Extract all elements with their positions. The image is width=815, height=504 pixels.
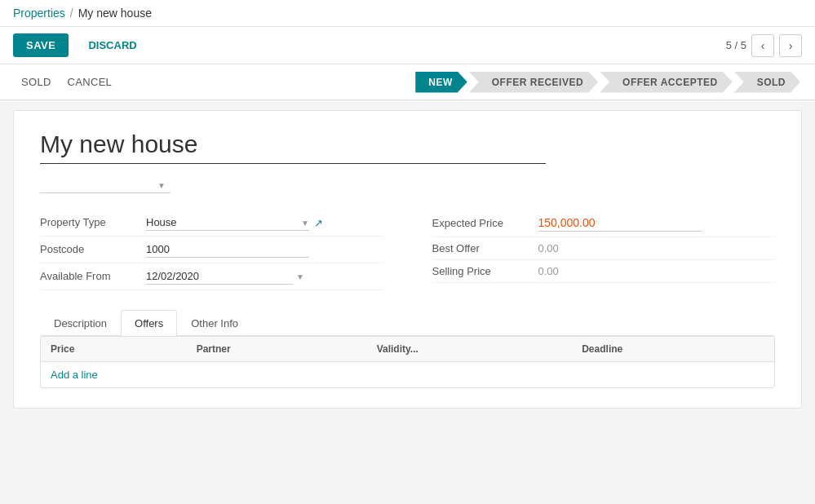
title-dropdown[interactable] [40,177,171,193]
col-validity: Validity... [367,337,573,362]
property-title: My new house [40,130,546,164]
property-type-external-link[interactable]: ↗ [314,217,323,229]
selling-price-value: 0.00 [538,265,776,277]
property-type-select[interactable]: House [146,214,309,231]
cancel-action[interactable]: CANCEL [60,66,121,98]
chevron-right-icon: › [789,39,793,52]
expected-price-row: Expected Price [432,210,776,237]
available-from-row: Available From ▼ [40,263,383,290]
discard-button[interactable]: DISCARD [75,33,149,57]
add-line-button[interactable]: Add a line [41,362,108,387]
best-offer-label: Best Offer [432,242,538,254]
action-bar: SAVE DISCARD 5 / 5 ‹ › [0,27,815,64]
col-deadline: Deadline [572,337,774,362]
property-type-value: House ▼ ↗ [146,214,383,231]
pagination-text: 5 / 5 [726,39,746,51]
next-record-button[interactable]: › [779,34,802,57]
best-offer-value: 0.00 [538,242,776,254]
available-from-value: ▼ [146,268,383,285]
selling-price-row: Selling Price 0.00 [432,260,776,283]
table-header: Price Partner Validity... Deadline [41,337,774,362]
tabs-container: Description Offers Other Info [40,310,775,336]
selling-price-text: 0.00 [538,265,559,277]
best-offer-text: 0.00 [538,242,559,254]
property-type-select-wrapper: House ▼ [146,214,309,231]
tab-offers[interactable]: Offers [121,310,177,336]
expected-price-value [538,214,776,232]
save-button[interactable]: SAVE [13,33,69,57]
stage-new[interactable]: NEW [415,72,467,93]
main-content: My new house ▼ Property Type Hous [0,100,815,418]
tab-other-info[interactable]: Other Info [177,310,252,336]
pipeline: NEW OFFER RECEIVED OFFER ACCEPTED SOLD [415,72,802,93]
postcode-value [146,241,383,258]
expected-price-input[interactable] [538,214,702,232]
postcode-label: Postcode [40,243,146,255]
stage-offer-received[interactable]: OFFER RECEIVED [469,72,598,93]
title-sub-row: ▼ [40,177,775,193]
fields-right: Expected Price Best Offer 0.00 Selling P… [432,210,776,290]
stage-offer-accepted[interactable]: OFFER ACCEPTED [600,72,733,93]
tab-description[interactable]: Description [40,310,121,336]
best-offer-row: Best Offer 0.00 [432,237,776,260]
chevron-left-icon: ‹ [761,39,765,52]
form-card: My new house ▼ Property Type Hous [13,110,802,409]
tabs-list: Description Offers Other Info [40,310,775,335]
available-from-input[interactable] [146,268,293,285]
table-header-row: Price Partner Validity... Deadline [41,337,774,362]
prev-record-button[interactable]: ‹ [751,34,774,57]
available-from-label: Available From [40,270,146,282]
breadcrumb-parent[interactable]: Properties [13,7,65,20]
breadcrumb-separator: / [70,7,73,20]
status-bar: SOLD CANCEL NEW OFFER RECEIVED OFFER ACC… [0,64,815,100]
stage-sold[interactable]: SOLD [734,72,800,93]
property-type-label: Property Type [40,216,146,228]
offers-table-wrapper: Price Partner Validity... Deadline Add a… [40,336,775,388]
breadcrumb-current: My new house [78,7,152,20]
date-arrow-icon: ▼ [296,272,304,281]
postcode-input[interactable] [146,241,309,258]
sold-action[interactable]: SOLD [13,66,60,98]
selling-price-label: Selling Price [432,265,538,277]
fields-left: Property Type House ▼ ↗ Postcode [40,210,383,290]
expected-price-label: Expected Price [432,217,538,229]
col-price: Price [41,337,187,362]
title-select-wrapper: ▼ [40,177,166,193]
postcode-row: Postcode [40,237,383,263]
col-partner: Partner [187,337,367,362]
property-type-row: Property Type House ▼ ↗ [40,210,383,237]
pagination: 5 / 5 ‹ › [726,34,802,57]
offers-table: Price Partner Validity... Deadline [41,337,774,362]
fields-grid: Property Type House ▼ ↗ Postcode [40,210,775,290]
available-from-select-wrapper: ▼ [146,268,304,285]
breadcrumb-bar: Properties / My new house [0,0,815,27]
